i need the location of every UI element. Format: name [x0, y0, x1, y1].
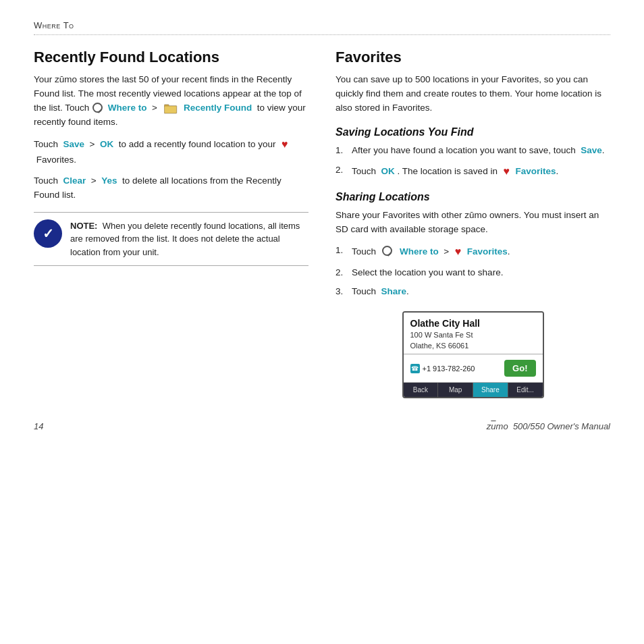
- save-instruction: Touch: [34, 139, 58, 149]
- share-link[interactable]: Share: [381, 286, 407, 296]
- manual-title-text: 500/550 Owner's Manual: [513, 421, 610, 431]
- sharing-steps-list: 1. Touch Where to > ♥ Favorites. 2. Sele…: [336, 244, 610, 300]
- step2-suffix: . The location is saved in: [398, 166, 498, 176]
- recently-found-title: Recently Found Locations: [34, 49, 308, 66]
- save-paragraph: Touch Save > OK to add a recently found …: [34, 136, 308, 167]
- left-column: Recently Found Locations Your zūmo store…: [34, 49, 308, 398]
- saving-step-2: 2. Touch OK . The location is saved in ♥…: [336, 163, 610, 180]
- main-content: Recently Found Locations Your zūmo store…: [34, 49, 610, 398]
- sharing-text: Share your Favorites with other zūmo own…: [336, 209, 610, 237]
- device-back-button[interactable]: Back: [404, 383, 439, 397]
- recently-found-icon: [164, 103, 178, 114]
- share-where-to-link[interactable]: Where to: [400, 246, 439, 257]
- share-step1-prefix: Touch: [352, 246, 376, 257]
- yes-link[interactable]: Yes: [101, 176, 117, 186]
- saving-steps-list: 1. After you have found a location you w…: [336, 144, 610, 180]
- page-number: 14: [34, 421, 43, 431]
- device-share-button[interactable]: Share: [473, 383, 508, 397]
- saving-step-1: 1. After you have found a location you w…: [336, 144, 610, 158]
- share-step2-text: Select the location you want to share.: [352, 266, 503, 280]
- heart-icon-save: ♥: [281, 136, 288, 153]
- saving-locations-title: Saving Locations You Find: [336, 126, 610, 138]
- clear-gt: >: [91, 176, 97, 186]
- ok-link[interactable]: OK: [100, 139, 113, 149]
- page-header: Where To: [34, 20, 610, 35]
- step2-ok-link[interactable]: OK: [381, 166, 395, 176]
- device-footer: Back Map Share Edit...: [404, 383, 543, 397]
- sharing-locations-title: Sharing Locations: [336, 191, 610, 203]
- device-location-name: Olathe City Hall: [410, 318, 536, 329]
- sharing-step-3: 3. Touch Share.: [336, 285, 610, 299]
- step2-suffix2: .: [556, 166, 558, 176]
- note-icon: ✓: [34, 219, 62, 248]
- where-to-link[interactable]: Where to: [108, 103, 147, 113]
- step2-prefix: Touch: [352, 166, 376, 176]
- phone-icon: ☎: [410, 364, 420, 373]
- svg-rect-2: [165, 106, 176, 113]
- device-address-line1: 100 W Santa Fe St: [410, 331, 473, 339]
- save-suffix: to add a recently found location to your: [119, 139, 276, 149]
- heart-icon-share: ♥: [455, 244, 462, 261]
- step1-text: After you have found a location you want…: [352, 145, 576, 155]
- device-phone: +1 913-782-260: [423, 365, 475, 373]
- note-box: ✓ NOTE: When you delete recently found l…: [34, 212, 308, 267]
- search-icon: [92, 103, 105, 115]
- note-text: When you delete recently found locations…: [70, 221, 300, 257]
- save-suffix2: Favorites.: [36, 155, 76, 165]
- device-address: 100 W Santa Fe St Olathe, KS 66061: [410, 330, 536, 351]
- step1-suffix: .: [602, 145, 605, 155]
- device-map-button[interactable]: Map: [438, 383, 473, 397]
- intro-paragraph: Your zūmo stores the last 50 of your rec…: [34, 73, 308, 130]
- device-phone-row: ☎ +1 913-782-260: [410, 364, 475, 373]
- device-address-line2: Olathe, KS 66061: [410, 342, 469, 350]
- device-screenshot: Olathe City Hall 100 W Santa Fe St Olath…: [402, 311, 544, 398]
- share-step3-prefix: Touch: [352, 286, 376, 296]
- note-content: NOTE: When you delete recently found loc…: [70, 219, 308, 259]
- search-icon-2: [382, 246, 394, 258]
- note-label: NOTE:: [70, 221, 97, 231]
- recently-found-link[interactable]: Recently Found: [184, 103, 252, 113]
- clear-instruction: Touch: [34, 176, 58, 186]
- save-link[interactable]: Save: [63, 139, 85, 149]
- clear-link[interactable]: Clear: [63, 176, 86, 186]
- share-step3-suffix: .: [406, 286, 409, 296]
- device-header: Olathe City Hall 100 W Santa Fe St Olath…: [404, 313, 543, 354]
- step2-favorites-link[interactable]: Favorites: [515, 166, 556, 176]
- go-button[interactable]: Go!: [504, 360, 535, 377]
- share-favorites-link[interactable]: Favorites: [467, 246, 508, 257]
- save-gt: >: [90, 139, 95, 149]
- checkmark-icon: ✓: [43, 225, 54, 242]
- sharing-step-2: 2. Select the location you want to share…: [336, 266, 610, 280]
- right-column: Favorites You can save up to 500 locatio…: [336, 49, 610, 398]
- device-mid-section: ☎ +1 913-782-260 Go!: [404, 354, 543, 383]
- favorites-intro: You can save up to 500 locations in your…: [336, 73, 610, 115]
- clear-paragraph: Touch Clear > Yes to delete all location…: [34, 174, 308, 203]
- share-step1-suffix: .: [508, 246, 510, 257]
- device-edit-button[interactable]: Edit...: [508, 383, 543, 397]
- header-title: Where To: [34, 20, 74, 30]
- manual-title: zumo 500/550 Owner's Manual: [487, 421, 610, 431]
- heart-icon-step2: ♥: [503, 163, 510, 180]
- sharing-step-1: 1. Touch Where to > ♥ Favorites.: [336, 244, 610, 261]
- step1-save-link[interactable]: Save: [581, 145, 602, 155]
- page-footer: 14 zumo 500/550 Owner's Manual: [34, 419, 610, 431]
- favorites-title: Favorites: [336, 49, 610, 66]
